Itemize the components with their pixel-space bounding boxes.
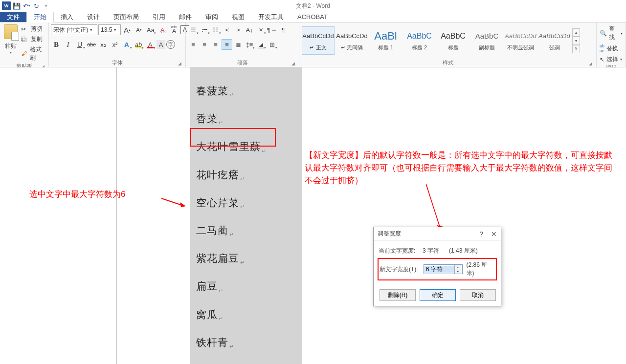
style-heading2[interactable]: AaBbC标题 2 bbox=[403, 26, 436, 55]
redo-icon[interactable]: ↻ bbox=[32, 2, 40, 10]
copy-button[interactable]: ⿻复制 bbox=[20, 35, 46, 44]
strikethrough-button[interactable]: abc bbox=[86, 39, 97, 50]
text-line: 黄牛奶柿子↵ bbox=[190, 357, 302, 364]
style-up-icon[interactable]: ▴ bbox=[572, 28, 580, 37]
undo-icon[interactable]: ↶▾ bbox=[22, 2, 30, 10]
tab-references[interactable]: 引用 bbox=[146, 12, 172, 22]
grow-font-button[interactable]: A▴ bbox=[122, 24, 133, 35]
increase-indent-button[interactable]: ≥ bbox=[233, 24, 244, 35]
find-button[interactable]: 🔍查找▾ bbox=[599, 24, 624, 42]
text-line: 二马蔺↵ bbox=[190, 217, 302, 245]
close-icon[interactable]: ✕ bbox=[491, 230, 497, 238]
numbering-button[interactable]: ≔▾ bbox=[199, 24, 210, 35]
bold-button[interactable]: B bbox=[51, 39, 62, 50]
paste-button[interactable]: 粘贴 ▾ bbox=[2, 23, 20, 55]
title-bar: W 💾 ↶▾ ↻ ▾ 文档2 - Word bbox=[0, 0, 626, 12]
line-spacing-button[interactable]: ‡≡▾ bbox=[244, 39, 255, 50]
spin-up-icon[interactable]: ▲ bbox=[454, 265, 461, 269]
align-justify-button[interactable]: ≡ bbox=[222, 39, 232, 50]
align-distribute-button[interactable]: ≣ bbox=[233, 39, 244, 50]
decrease-indent-button[interactable]: ≤ bbox=[222, 24, 232, 35]
new-width-spinner[interactable]: ▲ ▼ bbox=[424, 264, 463, 274]
tab-layout[interactable]: 页面布局 bbox=[107, 12, 146, 22]
tab-acrobat[interactable]: ACROBAT bbox=[291, 12, 335, 22]
tab-mailings[interactable]: 邮件 bbox=[172, 12, 199, 22]
style-gallery-nav[interactable]: ▴ ▾ ⊻ bbox=[572, 28, 580, 53]
tab-developer[interactable]: 开发工具 bbox=[251, 12, 291, 22]
scissors-icon: ✂ bbox=[21, 26, 29, 33]
group-editing: 🔍查找▾ abac替换 ↖选择▾ 编辑 bbox=[597, 22, 626, 67]
ok-button[interactable]: 确定 bbox=[420, 289, 456, 301]
text-line: 花叶疙瘩↵ bbox=[190, 161, 302, 189]
subscript-button[interactable]: x₂ bbox=[98, 39, 109, 50]
copy-icon: ⿻ bbox=[21, 36, 29, 43]
shading-button[interactable]: ◢▾ bbox=[255, 39, 266, 50]
char-shading-button[interactable]: A bbox=[156, 40, 165, 49]
delete-button[interactable]: 删除(R) bbox=[380, 289, 416, 301]
style-emphasis[interactable]: AaBbCcDd强调 bbox=[538, 26, 571, 55]
selected-text-block[interactable]: 春菠菜↵ 香菜↵ 大花叶雪里蕻↵ 花叶疙瘩↵ 空心芹菜↵ 二马蔺↵ 紫花扁豆↵ … bbox=[190, 67, 302, 364]
cancel-button[interactable]: 取消 bbox=[460, 289, 496, 301]
save-icon[interactable]: 💾 bbox=[13, 2, 21, 10]
tab-design[interactable]: 设计 bbox=[80, 12, 107, 22]
style-more-icon[interactable]: ⊻ bbox=[572, 45, 580, 53]
text-line: 紫花扁豆↵ bbox=[190, 245, 302, 273]
clear-formatting-button[interactable]: A⌫ bbox=[157, 24, 168, 35]
superscript-button[interactable]: x² bbox=[110, 39, 120, 50]
borders-button[interactable]: ⊞▾ bbox=[267, 39, 277, 50]
style-subtitle[interactable]: AaBbC副标题 bbox=[470, 26, 503, 55]
font-family-combo[interactable]: 宋体 (中文正)▾ bbox=[51, 24, 97, 35]
cut-button[interactable]: ✂剪切 bbox=[20, 24, 46, 34]
font-size-combo[interactable]: 13.5▾ bbox=[98, 24, 121, 35]
cursor-icon: ↖ bbox=[600, 56, 604, 63]
help-icon[interactable]: ? bbox=[479, 230, 483, 238]
highlight-button[interactable]: ab▾ bbox=[133, 39, 144, 50]
style-heading1[interactable]: AaBl标题 1 bbox=[369, 26, 402, 55]
sort-button[interactable]: A↓ bbox=[244, 24, 255, 35]
new-width-input[interactable] bbox=[424, 266, 454, 273]
select-button[interactable]: ↖选择▾ bbox=[599, 55, 624, 64]
brush-icon: 🖌 bbox=[21, 50, 28, 57]
phonetic-guide-button[interactable]: wén A bbox=[169, 24, 179, 35]
format-painter-button[interactable]: 🖌格式刷 bbox=[20, 45, 46, 63]
tab-view[interactable]: 视图 bbox=[225, 12, 251, 22]
asian-layout-button[interactable]: ✕▾ bbox=[255, 24, 266, 35]
tab-review[interactable]: 审阅 bbox=[199, 12, 225, 22]
style-no-spacing[interactable]: AaBbCcDd↵ 无间隔 bbox=[335, 26, 368, 55]
dialog-launcher-icon[interactable]: ◢ bbox=[587, 61, 593, 67]
style-title[interactable]: AaBbC标题 bbox=[437, 26, 470, 55]
styles-gallery: AaBbCcDd↵ 正文 AaBbCcDd↵ 无间隔 AaBl标题 1 AaBb… bbox=[301, 23, 580, 58]
italic-button[interactable]: I bbox=[63, 39, 73, 50]
underline-button[interactable]: U▾ bbox=[74, 39, 85, 50]
enclosed-char-button[interactable]: 字 bbox=[166, 40, 175, 49]
bullets-button[interactable]: ☰▾ bbox=[188, 24, 199, 35]
dialog-titlebar[interactable]: 调整宽度 ? ✕ bbox=[374, 227, 501, 241]
style-down-icon[interactable]: ▾ bbox=[572, 37, 580, 45]
text-effects-button[interactable]: A▾ bbox=[121, 39, 132, 50]
shrink-font-button[interactable]: A▾ bbox=[134, 24, 144, 35]
annotation-right: 【新文字宽度】后的默认字符数一般是：所有选中文字中的最大字符数，可直接按默认最大… bbox=[305, 149, 620, 187]
svg-line-0 bbox=[161, 198, 182, 205]
change-case-button[interactable]: Aa▾ bbox=[145, 24, 156, 35]
align-center-button[interactable]: ≡ bbox=[199, 39, 210, 50]
multilevel-button[interactable]: ☷▾ bbox=[210, 24, 221, 35]
text-line: 窝瓜↵ bbox=[190, 301, 302, 329]
dialog-launcher-icon[interactable]: ◢ bbox=[290, 61, 296, 67]
tab-insert[interactable]: 插入 bbox=[54, 12, 80, 22]
tab-home[interactable]: 开始 bbox=[26, 12, 54, 22]
align-right-button[interactable]: ≡ bbox=[210, 39, 221, 50]
tab-file[interactable]: 文件 bbox=[0, 12, 26, 22]
replace-button[interactable]: abac替换 bbox=[599, 43, 624, 54]
show-marks-button[interactable]: ¶ bbox=[278, 24, 289, 35]
spin-down-icon[interactable]: ▼ bbox=[454, 269, 461, 274]
style-normal[interactable]: AaBbCcDd↵ 正文 bbox=[302, 26, 335, 55]
style-subtle-emphasis[interactable]: AaBbCcDd不明显强调 bbox=[504, 26, 537, 55]
font-color-button[interactable]: A▾ bbox=[145, 39, 156, 50]
align-left-button[interactable]: ≡ bbox=[188, 39, 199, 50]
qat-customize-icon[interactable]: ▾ bbox=[42, 2, 50, 10]
dialog-launcher-icon[interactable]: ◢ bbox=[177, 61, 182, 67]
svg-line-2 bbox=[426, 184, 440, 227]
search-icon: 🔍 bbox=[600, 30, 607, 37]
cut-label: 剪切 bbox=[31, 25, 43, 33]
ltr-button[interactable]: ¶→ bbox=[267, 24, 277, 35]
